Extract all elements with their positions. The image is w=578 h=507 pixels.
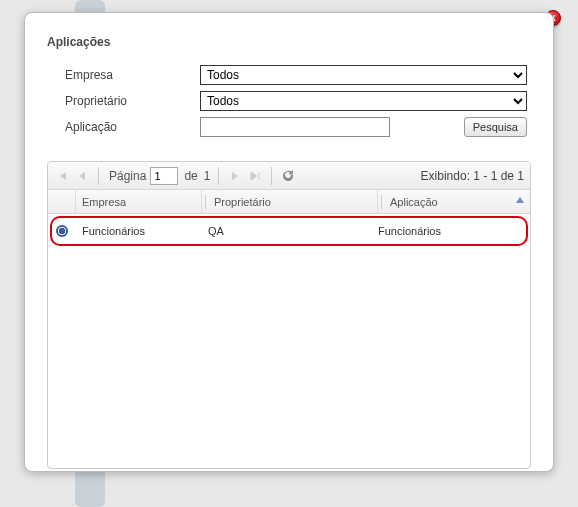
first-page-icon[interactable] xyxy=(54,168,70,184)
col-empresa[interactable]: Empresa xyxy=(76,190,202,213)
col-proprietario-label: Proprietário xyxy=(214,196,271,208)
col-proprietario[interactable]: Proprietário xyxy=(208,190,378,213)
aplicacao-input[interactable] xyxy=(200,117,390,137)
col-select xyxy=(48,190,76,213)
cell-aplicacao: Funcionários xyxy=(372,225,530,237)
cell-empresa: Funcionários xyxy=(76,225,202,237)
sort-asc-icon xyxy=(516,197,524,203)
proprietario-select[interactable]: Todos xyxy=(200,91,527,111)
total-pages: 1 xyxy=(204,169,211,183)
dialog-title: Aplicações xyxy=(47,35,537,49)
display-info: Exibindo: 1 - 1 de 1 xyxy=(421,169,524,183)
next-page-icon[interactable] xyxy=(227,168,243,184)
col-empresa-label: Empresa xyxy=(82,196,126,208)
dialog: Aplicações Empresa Todos Proprietário To… xyxy=(24,12,554,472)
proprietario-label: Proprietário xyxy=(65,94,200,108)
empresa-select[interactable]: Todos xyxy=(200,65,527,85)
search-button[interactable]: Pesquisa xyxy=(464,117,527,137)
last-page-icon[interactable] xyxy=(247,168,263,184)
table-row[interactable]: Funcionários QA Funcionários xyxy=(48,216,530,246)
page-label: Página xyxy=(109,169,146,183)
filter-form: Empresa Todos Proprietário Todos Aplicaç… xyxy=(41,65,537,155)
refresh-icon[interactable] xyxy=(280,168,296,184)
grid-toolbar: Página de 1 Exibindo: 1 - 1 de 1 xyxy=(48,162,530,190)
empresa-label: Empresa xyxy=(65,68,200,82)
radio-selected-icon xyxy=(56,225,68,237)
grid-body: Funcionários QA Funcionários xyxy=(48,214,530,468)
col-aplicacao[interactable]: Aplicação xyxy=(384,190,530,213)
col-aplicacao-label: Aplicação xyxy=(390,196,438,208)
row-radio[interactable] xyxy=(48,225,76,237)
of-label: de xyxy=(184,169,197,183)
page-input[interactable] xyxy=(150,167,178,185)
column-headers: Empresa Proprietário Aplicação xyxy=(48,190,530,214)
cell-proprietario: QA xyxy=(202,225,372,237)
aplicacao-label: Aplicação xyxy=(65,120,200,134)
results-grid: Página de 1 Exibindo: 1 - 1 de 1 Empresa… xyxy=(47,161,531,469)
prev-page-icon[interactable] xyxy=(74,168,90,184)
